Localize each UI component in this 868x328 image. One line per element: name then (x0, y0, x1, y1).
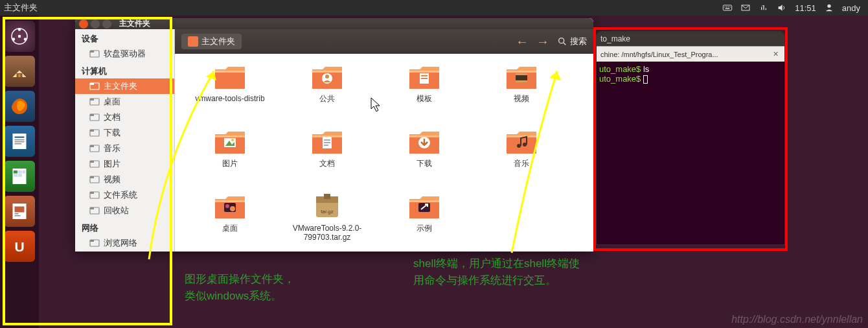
fm-titlebar[interactable]: 主文件夹 (75, 18, 593, 29)
svg-rect-78 (507, 135, 536, 137)
folder-icon (188, 36, 198, 47)
sidebar-item-trash[interactable]: 回收站 (75, 203, 174, 218)
sidebar-item-home[interactable]: 主文件夹 (75, 78, 174, 94)
sidebar-item-desktop[interactable]: 桌面 (75, 94, 174, 110)
panel-app-title: 主文件夹 (4, 2, 38, 14)
close-button[interactable] (79, 19, 88, 29)
file-item[interactable]: 桌面 (181, 193, 279, 252)
svg-rect-29 (15, 213, 19, 215)
breadcrumb[interactable]: 主文件夹 (181, 34, 242, 49)
file-item[interactable]: 公共 (279, 63, 376, 128)
sidebar-item-label: 音乐 (104, 143, 120, 154)
file-item-label: 公共 (319, 94, 335, 103)
fm-icon-view[interactable]: vmware-tools-distrib 公共 模板 视频 图片 文档 下载 音… (175, 54, 593, 252)
svg-point-12 (12, 38, 16, 41)
svg-text:U: U (14, 239, 24, 254)
sidebar-item-label: 文件系统 (104, 189, 137, 201)
files-app-icon[interactable] (4, 56, 35, 87)
svg-rect-28 (15, 207, 25, 213)
top-panel: 主文件夹 11:51 andy (0, 0, 868, 16)
terminal-tab[interactable]: chine: /mnt/hgfs/Linux_Test_Progra... ✕ (597, 46, 784, 62)
terminal-body[interactable]: uto_make$ ls uto_make$ (597, 62, 784, 244)
svg-rect-87 (324, 194, 330, 199)
svg-rect-43 (90, 145, 94, 147)
file-item[interactable]: 示例 (376, 193, 473, 252)
user-icon[interactable] (824, 3, 834, 13)
net-icon (89, 238, 100, 248)
sidebar-item-label: 图片 (104, 158, 120, 170)
svg-point-7 (827, 5, 830, 8)
svg-rect-22 (14, 170, 17, 174)
file-item[interactable]: 视频 (473, 63, 570, 128)
search-button[interactable]: 搜索 (557, 36, 587, 47)
file-item-label: VMwareTools-9.2.0-799703.tar.gz (285, 224, 369, 242)
file-item-label: 示例 (417, 224, 432, 233)
disk-icon (89, 49, 100, 59)
software-center-icon[interactable]: U (4, 231, 35, 262)
sidebar-item-download[interactable]: 下载 (75, 125, 174, 141)
svg-point-70 (231, 139, 234, 141)
sidebar-item-music[interactable]: 音乐 (75, 141, 174, 156)
svg-rect-20 (15, 143, 22, 145)
sidebar-item-label: 浏览网络 (104, 237, 137, 249)
volume-icon[interactable] (777, 3, 787, 13)
file-item[interactable]: 文档 (279, 128, 376, 193)
impress-icon[interactable] (4, 196, 35, 227)
sidebar-item-pic[interactable]: 图片 (75, 156, 174, 172)
file-item-label: 下载 (417, 159, 432, 168)
svg-point-83 (225, 204, 229, 208)
video-icon (89, 174, 100, 185)
network-icon[interactable] (759, 3, 769, 13)
file-item-label: 音乐 (514, 159, 529, 168)
sidebar-heading: 网络 (75, 218, 174, 235)
sidebar-item-net[interactable]: 浏览网络 (75, 235, 174, 251)
svg-rect-17 (15, 137, 25, 138)
file-item[interactable]: tar.gzVMwareTools-9.2.0-799703.tar.gz (279, 193, 376, 252)
svg-rect-53 (90, 240, 94, 242)
maximize-button[interactable] (102, 19, 111, 29)
nav-forward[interactable]: → (536, 34, 549, 49)
panel-username[interactable]: andy (842, 3, 860, 13)
svg-rect-49 (90, 192, 94, 194)
sidebar-item-disk[interactable]: 软盘驱动器 (75, 46, 174, 62)
file-item-label: vmware-tools-distrib (195, 94, 264, 103)
firefox-icon[interactable] (4, 91, 35, 122)
svg-rect-74 (324, 142, 330, 143)
svg-point-11 (24, 38, 27, 41)
folder-music-icon (504, 128, 539, 156)
dash-icon[interactable] (4, 21, 35, 52)
file-item[interactable]: 模板 (376, 63, 473, 128)
keyboard-icon[interactable] (722, 3, 733, 13)
svg-rect-41 (90, 130, 94, 132)
file-item[interactable]: vmware-tools-distrib (181, 63, 279, 128)
nav-back[interactable]: ← (516, 34, 529, 49)
terminal-titlebar[interactable]: to_make (597, 32, 784, 46)
fm-sidebar: 设备软盘驱动器计算机主文件夹桌面文档下载音乐图片视频文件系统回收站网络浏览网络 (75, 29, 175, 252)
minimize-button[interactable] (91, 19, 100, 29)
calc-icon[interactable] (4, 161, 35, 192)
folder-link-icon (407, 193, 442, 221)
file-item[interactable]: 下载 (376, 128, 473, 193)
sidebar-item-doc[interactable]: 文档 (75, 110, 174, 125)
svg-rect-81 (215, 200, 245, 202)
download-icon (89, 128, 100, 138)
sidebar-item-video[interactable]: 视频 (75, 172, 174, 187)
svg-rect-33 (90, 51, 94, 53)
close-icon[interactable]: ✕ (773, 50, 781, 58)
svg-rect-24 (23, 170, 26, 174)
svg-rect-18 (15, 139, 25, 141)
annotation-text-left: 图形桌面操作文件夹，类似windows系统。 (185, 271, 301, 304)
file-item[interactable]: 音乐 (473, 128, 570, 193)
svg-rect-62 (421, 75, 428, 76)
writer-icon[interactable] (4, 126, 35, 157)
panel-clock[interactable]: 11:51 (795, 3, 816, 13)
svg-rect-57 (312, 71, 342, 73)
mail-icon[interactable] (740, 3, 751, 13)
sidebar-item-fs[interactable]: 文件系统 (75, 187, 174, 203)
trash-icon (89, 205, 100, 216)
file-item[interactable]: 图片 (181, 128, 279, 193)
svg-rect-1 (725, 6, 725, 7)
svg-rect-2 (726, 6, 727, 7)
fm-toolbar: 主文件夹 ← → 搜索 (175, 29, 593, 54)
folder-template-icon (407, 63, 442, 91)
